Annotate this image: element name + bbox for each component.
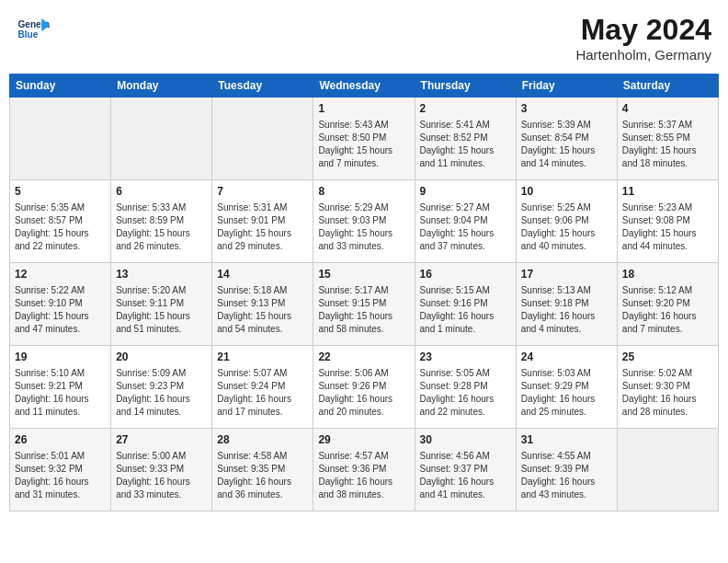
day-number: 8 bbox=[318, 184, 409, 200]
calendar-cell: 10Sunrise: 5:25 AM Sunset: 9:06 PM Dayli… bbox=[516, 180, 617, 263]
cell-content: Sunrise: 4:55 AM Sunset: 9:39 PM Dayligh… bbox=[521, 450, 612, 501]
day-number: 1 bbox=[318, 101, 409, 117]
day-number: 9 bbox=[420, 184, 511, 200]
day-number: 30 bbox=[420, 432, 511, 448]
calendar-cell: 18Sunrise: 5:12 AM Sunset: 9:20 PM Dayli… bbox=[617, 263, 718, 346]
cell-content: Sunrise: 5:00 AM Sunset: 9:33 PM Dayligh… bbox=[116, 450, 207, 501]
day-header-saturday: Saturday bbox=[617, 75, 718, 98]
calendar-cell: 12Sunrise: 5:22 AM Sunset: 9:10 PM Dayli… bbox=[10, 263, 111, 346]
calendar-table: SundayMondayTuesdayWednesdayThursdayFrid… bbox=[9, 74, 719, 511]
day-number: 22 bbox=[318, 350, 409, 365]
day-number: 16 bbox=[420, 267, 511, 282]
day-number: 15 bbox=[318, 267, 409, 282]
calendar-cell: 6Sunrise: 5:33 AM Sunset: 8:59 PM Daylig… bbox=[111, 180, 212, 263]
calendar-cell bbox=[212, 98, 313, 180]
calendar-cell: 25Sunrise: 5:02 AM Sunset: 9:30 PM Dayli… bbox=[617, 346, 718, 429]
day-number: 24 bbox=[521, 350, 612, 365]
calendar-cell: 8Sunrise: 5:29 AM Sunset: 9:03 PM Daylig… bbox=[313, 180, 415, 263]
calendar-cell bbox=[111, 98, 212, 180]
svg-text:Blue: Blue bbox=[17, 29, 38, 40]
calendar-cell: 28Sunrise: 4:58 AM Sunset: 9:35 PM Dayli… bbox=[212, 429, 313, 511]
cell-content: Sunrise: 5:10 AM Sunset: 9:21 PM Dayligh… bbox=[15, 367, 106, 419]
cell-content: Sunrise: 4:56 AM Sunset: 9:37 PM Dayligh… bbox=[420, 450, 511, 501]
days-header-row: SundayMondayTuesdayWednesdayThursdayFrid… bbox=[10, 75, 719, 98]
cell-content: Sunrise: 5:25 AM Sunset: 9:06 PM Dayligh… bbox=[521, 201, 612, 253]
day-header-wednesday: Wednesday bbox=[313, 75, 415, 98]
cell-content: Sunrise: 5:20 AM Sunset: 9:11 PM Dayligh… bbox=[116, 284, 207, 336]
logo-icon: General Blue bbox=[17, 13, 50, 46]
day-number: 19 bbox=[15, 350, 106, 365]
calendar-cell: 14Sunrise: 5:18 AM Sunset: 9:13 PM Dayli… bbox=[212, 263, 313, 346]
day-number: 7 bbox=[217, 184, 308, 200]
day-header-friday: Friday bbox=[516, 75, 617, 98]
calendar-cell: 2Sunrise: 5:41 AM Sunset: 8:52 PM Daylig… bbox=[415, 98, 516, 180]
calendar-week-1: 1Sunrise: 5:43 AM Sunset: 8:50 PM Daylig… bbox=[10, 98, 719, 180]
day-number: 10 bbox=[521, 184, 612, 200]
day-number: 6 bbox=[116, 184, 207, 200]
cell-content: Sunrise: 5:35 AM Sunset: 8:57 PM Dayligh… bbox=[15, 201, 106, 253]
day-number: 31 bbox=[521, 432, 612, 448]
day-number: 5 bbox=[15, 184, 106, 200]
day-header-thursday: Thursday bbox=[415, 75, 516, 98]
cell-content: Sunrise: 5:43 AM Sunset: 8:50 PM Dayligh… bbox=[318, 119, 409, 170]
cell-content: Sunrise: 5:41 AM Sunset: 8:52 PM Dayligh… bbox=[420, 119, 511, 170]
day-number: 13 bbox=[116, 267, 207, 282]
logo: General Blue bbox=[17, 13, 50, 46]
calendar-week-3: 12Sunrise: 5:22 AM Sunset: 9:10 PM Dayli… bbox=[10, 263, 719, 346]
cell-content: Sunrise: 5:05 AM Sunset: 9:28 PM Dayligh… bbox=[420, 367, 511, 419]
day-number: 27 bbox=[116, 432, 207, 448]
day-number: 23 bbox=[420, 350, 511, 365]
calendar-cell: 21Sunrise: 5:07 AM Sunset: 9:24 PM Dayli… bbox=[212, 346, 313, 429]
calendar-cell: 16Sunrise: 5:15 AM Sunset: 9:16 PM Dayli… bbox=[415, 263, 516, 346]
day-number: 28 bbox=[217, 432, 308, 448]
day-number: 4 bbox=[622, 101, 713, 117]
header: General Blue May 2024 Hartenholm, German… bbox=[9, 9, 719, 66]
cell-content: Sunrise: 5:01 AM Sunset: 9:32 PM Dayligh… bbox=[15, 450, 106, 501]
month-year: May 2024 bbox=[575, 13, 711, 47]
cell-content: Sunrise: 5:23 AM Sunset: 9:08 PM Dayligh… bbox=[622, 201, 713, 253]
day-header-monday: Monday bbox=[111, 75, 212, 98]
calendar-cell: 11Sunrise: 5:23 AM Sunset: 9:08 PM Dayli… bbox=[617, 180, 718, 263]
cell-content: Sunrise: 5:29 AM Sunset: 9:03 PM Dayligh… bbox=[318, 201, 409, 253]
cell-content: Sunrise: 5:03 AM Sunset: 9:29 PM Dayligh… bbox=[521, 367, 612, 419]
day-header-tuesday: Tuesday bbox=[212, 75, 313, 98]
cell-content: Sunrise: 5:15 AM Sunset: 9:16 PM Dayligh… bbox=[420, 284, 511, 336]
day-number: 21 bbox=[217, 350, 308, 365]
calendar-cell: 22Sunrise: 5:06 AM Sunset: 9:26 PM Dayli… bbox=[313, 346, 415, 429]
calendar-cell: 27Sunrise: 5:00 AM Sunset: 9:33 PM Dayli… bbox=[111, 429, 212, 511]
day-number: 25 bbox=[622, 350, 713, 365]
calendar-cell: 7Sunrise: 5:31 AM Sunset: 9:01 PM Daylig… bbox=[212, 180, 313, 263]
calendar-cell: 15Sunrise: 5:17 AM Sunset: 9:15 PM Dayli… bbox=[313, 263, 415, 346]
calendar-cell: 30Sunrise: 4:56 AM Sunset: 9:37 PM Dayli… bbox=[415, 429, 516, 511]
day-number: 3 bbox=[521, 101, 612, 117]
calendar-cell: 29Sunrise: 4:57 AM Sunset: 9:36 PM Dayli… bbox=[313, 429, 415, 511]
day-header-sunday: Sunday bbox=[10, 75, 111, 98]
cell-content: Sunrise: 5:12 AM Sunset: 9:20 PM Dayligh… bbox=[622, 284, 713, 336]
cell-content: Sunrise: 5:37 AM Sunset: 8:55 PM Dayligh… bbox=[622, 119, 713, 170]
calendar-cell bbox=[617, 429, 718, 511]
cell-content: Sunrise: 5:39 AM Sunset: 8:54 PM Dayligh… bbox=[521, 119, 612, 170]
cell-content: Sunrise: 5:22 AM Sunset: 9:10 PM Dayligh… bbox=[15, 284, 106, 336]
day-number: 18 bbox=[622, 267, 713, 282]
calendar-cell: 13Sunrise: 5:20 AM Sunset: 9:11 PM Dayli… bbox=[111, 263, 212, 346]
calendar-cell: 23Sunrise: 5:05 AM Sunset: 9:28 PM Dayli… bbox=[415, 346, 516, 429]
calendar-week-4: 19Sunrise: 5:10 AM Sunset: 9:21 PM Dayli… bbox=[10, 346, 719, 429]
day-number: 26 bbox=[15, 432, 106, 448]
day-number: 29 bbox=[318, 432, 409, 448]
calendar-cell: 31Sunrise: 4:55 AM Sunset: 9:39 PM Dayli… bbox=[516, 429, 617, 511]
calendar-cell: 4Sunrise: 5:37 AM Sunset: 8:55 PM Daylig… bbox=[617, 98, 718, 180]
cell-content: Sunrise: 4:57 AM Sunset: 9:36 PM Dayligh… bbox=[318, 450, 409, 501]
cell-content: Sunrise: 4:58 AM Sunset: 9:35 PM Dayligh… bbox=[217, 450, 308, 501]
calendar-cell: 19Sunrise: 5:10 AM Sunset: 9:21 PM Dayli… bbox=[10, 346, 111, 429]
cell-content: Sunrise: 5:13 AM Sunset: 9:18 PM Dayligh… bbox=[521, 284, 612, 336]
cell-content: Sunrise: 5:31 AM Sunset: 9:01 PM Dayligh… bbox=[217, 201, 308, 253]
day-number: 17 bbox=[521, 267, 612, 282]
calendar-cell: 3Sunrise: 5:39 AM Sunset: 8:54 PM Daylig… bbox=[516, 98, 617, 180]
day-number: 14 bbox=[217, 267, 308, 282]
calendar-cell: 1Sunrise: 5:43 AM Sunset: 8:50 PM Daylig… bbox=[313, 98, 415, 180]
cell-content: Sunrise: 5:09 AM Sunset: 9:23 PM Dayligh… bbox=[116, 367, 207, 419]
cell-content: Sunrise: 5:07 AM Sunset: 9:24 PM Dayligh… bbox=[217, 367, 308, 419]
cell-content: Sunrise: 5:27 AM Sunset: 9:04 PM Dayligh… bbox=[420, 201, 511, 253]
calendar-cell: 24Sunrise: 5:03 AM Sunset: 9:29 PM Dayli… bbox=[516, 346, 617, 429]
cell-content: Sunrise: 5:17 AM Sunset: 9:15 PM Dayligh… bbox=[318, 284, 409, 336]
